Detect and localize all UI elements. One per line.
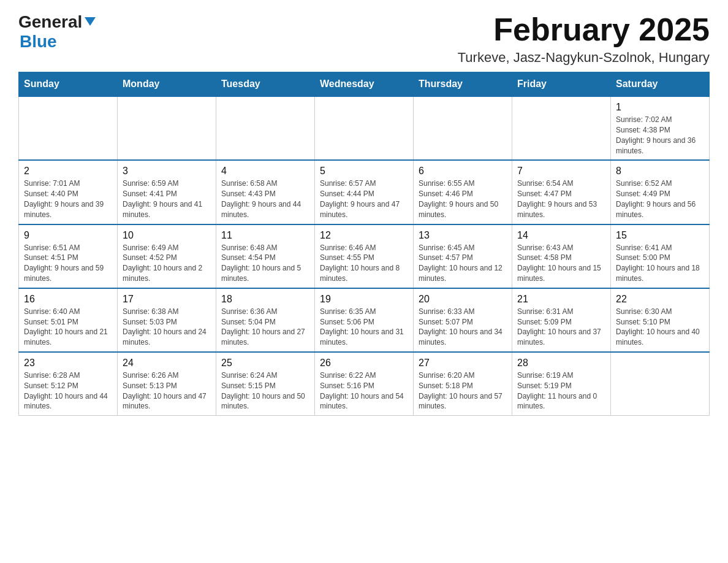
calendar-week-3: 9Sunrise: 6:51 AMSunset: 4:51 PMDaylight… xyxy=(19,224,710,288)
day-number: 20 xyxy=(419,294,507,305)
table-row: 22Sunrise: 6:30 AMSunset: 5:10 PMDayligh… xyxy=(611,288,710,352)
day-number: 12 xyxy=(320,230,408,241)
svg-marker-0 xyxy=(85,17,96,26)
day-number: 18 xyxy=(221,294,309,305)
table-row: 16Sunrise: 6:40 AMSunset: 5:01 PMDayligh… xyxy=(19,288,118,352)
table-row: 24Sunrise: 6:26 AMSunset: 5:13 PMDayligh… xyxy=(118,352,216,416)
day-info: Sunrise: 6:52 AMSunset: 4:49 PMDaylight:… xyxy=(616,178,704,220)
day-number: 28 xyxy=(517,358,605,369)
calendar-table: Sunday Monday Tuesday Wednesday Thursday… xyxy=(18,72,710,416)
day-info: Sunrise: 6:36 AMSunset: 5:04 PMDaylight:… xyxy=(221,307,309,348)
table-row xyxy=(611,352,710,416)
day-number: 1 xyxy=(616,102,704,113)
day-info: Sunrise: 6:43 AMSunset: 4:58 PMDaylight:… xyxy=(517,243,605,284)
day-info: Sunrise: 6:55 AMSunset: 4:46 PMDaylight:… xyxy=(419,178,507,220)
logo-blue-text: Blue xyxy=(20,32,57,52)
day-info: Sunrise: 6:31 AMSunset: 5:09 PMDaylight:… xyxy=(517,307,605,348)
day-info: Sunrise: 6:30 AMSunset: 5:10 PMDaylight:… xyxy=(616,307,704,348)
logo-arrow-icon xyxy=(83,15,97,28)
day-info: Sunrise: 6:54 AMSunset: 4:47 PMDaylight:… xyxy=(517,178,605,220)
day-info: Sunrise: 6:48 AMSunset: 4:54 PMDaylight:… xyxy=(221,243,309,284)
day-number: 21 xyxy=(517,294,605,305)
table-row: 10Sunrise: 6:49 AMSunset: 4:52 PMDayligh… xyxy=(118,224,216,288)
calendar-week-4: 16Sunrise: 6:40 AMSunset: 5:01 PMDayligh… xyxy=(19,288,710,352)
day-info: Sunrise: 6:28 AMSunset: 5:12 PMDaylight:… xyxy=(24,370,112,412)
calendar-week-2: 2Sunrise: 7:01 AMSunset: 4:40 PMDaylight… xyxy=(19,160,710,224)
day-info: Sunrise: 6:46 AMSunset: 4:55 PMDaylight:… xyxy=(320,243,408,284)
header-friday: Friday xyxy=(512,72,611,97)
table-row xyxy=(118,96,216,160)
table-row: 4Sunrise: 6:58 AMSunset: 4:43 PMDaylight… xyxy=(216,160,315,224)
title-area: February 2025 Turkeve, Jasz-Nagykun-Szol… xyxy=(458,12,710,66)
day-number: 17 xyxy=(123,294,211,305)
table-row: 9Sunrise: 6:51 AMSunset: 4:51 PMDaylight… xyxy=(19,224,118,288)
day-info: Sunrise: 6:22 AMSunset: 5:16 PMDaylight:… xyxy=(320,370,408,412)
day-info: Sunrise: 7:01 AMSunset: 4:40 PMDaylight:… xyxy=(24,178,112,220)
day-number: 27 xyxy=(419,358,507,369)
table-row: 2Sunrise: 7:01 AMSunset: 4:40 PMDaylight… xyxy=(19,160,118,224)
day-info: Sunrise: 6:45 AMSunset: 4:57 PMDaylight:… xyxy=(419,243,507,284)
logo: General Blue xyxy=(18,12,97,52)
table-row: 17Sunrise: 6:38 AMSunset: 5:03 PMDayligh… xyxy=(118,288,216,352)
day-number: 6 xyxy=(419,166,507,177)
table-row xyxy=(216,96,315,160)
header-saturday: Saturday xyxy=(611,72,710,97)
table-row: 26Sunrise: 6:22 AMSunset: 5:16 PMDayligh… xyxy=(315,352,414,416)
calendar-title: February 2025 xyxy=(458,12,710,47)
day-number: 4 xyxy=(221,166,309,177)
table-row: 27Sunrise: 6:20 AMSunset: 5:18 PMDayligh… xyxy=(414,352,512,416)
page-header: General Blue February 2025 Turkeve, Jasz… xyxy=(18,12,710,66)
day-info: Sunrise: 6:19 AMSunset: 5:19 PMDaylight:… xyxy=(517,370,605,412)
header-sunday: Sunday xyxy=(19,72,118,97)
day-info: Sunrise: 6:49 AMSunset: 4:52 PMDaylight:… xyxy=(123,243,211,284)
table-row: 23Sunrise: 6:28 AMSunset: 5:12 PMDayligh… xyxy=(19,352,118,416)
table-row xyxy=(414,96,512,160)
table-row: 21Sunrise: 6:31 AMSunset: 5:09 PMDayligh… xyxy=(512,288,611,352)
day-number: 14 xyxy=(517,230,605,241)
table-row: 14Sunrise: 6:43 AMSunset: 4:58 PMDayligh… xyxy=(512,224,611,288)
calendar-week-5: 23Sunrise: 6:28 AMSunset: 5:12 PMDayligh… xyxy=(19,352,710,416)
day-info: Sunrise: 6:38 AMSunset: 5:03 PMDaylight:… xyxy=(123,307,211,348)
table-row: 19Sunrise: 6:35 AMSunset: 5:06 PMDayligh… xyxy=(315,288,414,352)
day-info: Sunrise: 6:51 AMSunset: 4:51 PMDaylight:… xyxy=(24,243,112,284)
table-row: 20Sunrise: 6:33 AMSunset: 5:07 PMDayligh… xyxy=(414,288,512,352)
table-row: 13Sunrise: 6:45 AMSunset: 4:57 PMDayligh… xyxy=(414,224,512,288)
logo-general-text: General xyxy=(18,12,82,32)
day-info: Sunrise: 6:57 AMSunset: 4:44 PMDaylight:… xyxy=(320,178,408,220)
day-info: Sunrise: 6:58 AMSunset: 4:43 PMDaylight:… xyxy=(221,178,309,220)
table-row xyxy=(19,96,118,160)
table-row: 8Sunrise: 6:52 AMSunset: 4:49 PMDaylight… xyxy=(611,160,710,224)
table-row: 28Sunrise: 6:19 AMSunset: 5:19 PMDayligh… xyxy=(512,352,611,416)
header-tuesday: Tuesday xyxy=(216,72,315,97)
day-info: Sunrise: 6:41 AMSunset: 5:00 PMDaylight:… xyxy=(616,243,704,284)
day-number: 26 xyxy=(320,358,408,369)
day-number: 22 xyxy=(616,294,704,305)
day-number: 13 xyxy=(419,230,507,241)
day-number: 24 xyxy=(123,358,211,369)
day-info: Sunrise: 6:26 AMSunset: 5:13 PMDaylight:… xyxy=(123,370,211,412)
day-info: Sunrise: 6:35 AMSunset: 5:06 PMDaylight:… xyxy=(320,307,408,348)
day-number: 9 xyxy=(24,230,112,241)
day-number: 7 xyxy=(517,166,605,177)
table-row: 12Sunrise: 6:46 AMSunset: 4:55 PMDayligh… xyxy=(315,224,414,288)
day-info: Sunrise: 6:20 AMSunset: 5:18 PMDaylight:… xyxy=(419,370,507,412)
day-number: 19 xyxy=(320,294,408,305)
calendar-week-1: 1Sunrise: 7:02 AMSunset: 4:38 PMDaylight… xyxy=(19,96,710,160)
day-number: 11 xyxy=(221,230,309,241)
table-row: 7Sunrise: 6:54 AMSunset: 4:47 PMDaylight… xyxy=(512,160,611,224)
day-number: 10 xyxy=(123,230,211,241)
table-row: 11Sunrise: 6:48 AMSunset: 4:54 PMDayligh… xyxy=(216,224,315,288)
day-number: 2 xyxy=(24,166,112,177)
day-number: 5 xyxy=(320,166,408,177)
header-monday: Monday xyxy=(118,72,216,97)
day-info: Sunrise: 7:02 AMSunset: 4:38 PMDaylight:… xyxy=(616,115,704,156)
calendar-subtitle: Turkeve, Jasz-Nagykun-Szolnok, Hungary xyxy=(458,50,710,66)
table-row: 1Sunrise: 7:02 AMSunset: 4:38 PMDaylight… xyxy=(611,96,710,160)
day-info: Sunrise: 6:59 AMSunset: 4:41 PMDaylight:… xyxy=(123,178,211,220)
day-number: 25 xyxy=(221,358,309,369)
table-row: 18Sunrise: 6:36 AMSunset: 5:04 PMDayligh… xyxy=(216,288,315,352)
day-info: Sunrise: 6:33 AMSunset: 5:07 PMDaylight:… xyxy=(419,307,507,348)
table-row: 25Sunrise: 6:24 AMSunset: 5:15 PMDayligh… xyxy=(216,352,315,416)
table-row: 6Sunrise: 6:55 AMSunset: 4:46 PMDaylight… xyxy=(414,160,512,224)
day-number: 15 xyxy=(616,230,704,241)
